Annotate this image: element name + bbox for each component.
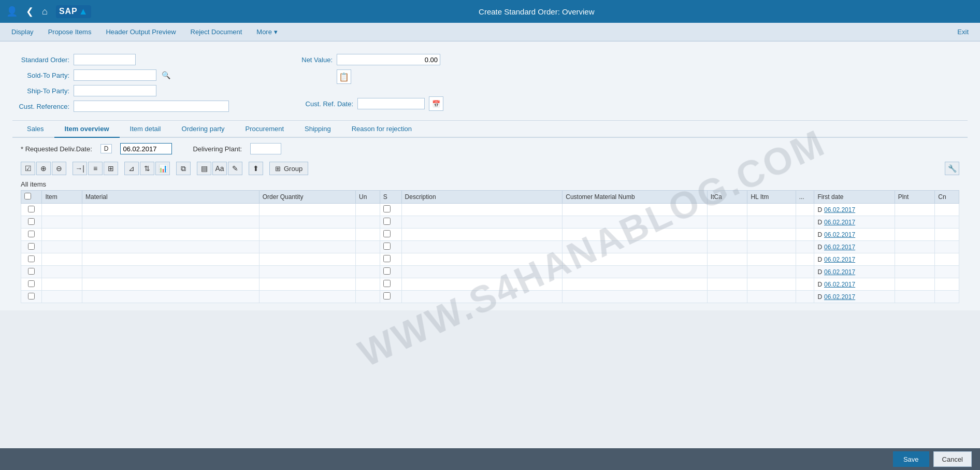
toolbar-grid-btn[interactable]: ⊞ [104,162,118,175]
table-row[interactable]: D06.02.2017 [21,229,959,241]
row-s-6 [380,278,401,291]
row-check-7[interactable] [21,291,42,303]
toolbar-sort-btn[interactable]: ⇅ [140,162,154,175]
row-desc-4[interactable] [401,253,563,266]
toolbar-list-btn[interactable]: ≡ [88,162,103,175]
toolbar-layout-btn[interactable]: ▤ [197,162,211,175]
row-material-0[interactable] [82,204,260,216]
toolbar-copy2-btn[interactable]: ⧉ [176,162,191,175]
row-check-2[interactable] [21,229,42,241]
row-qty-5[interactable] [259,266,355,278]
standard-order-row: Standard Order: [12,54,229,65]
row-qty-7[interactable] [259,291,355,303]
home-icon[interactable]: ⌂ [42,6,48,17]
row-desc-5[interactable] [401,266,563,278]
row-material-1[interactable] [82,216,260,229]
row-un-2 [356,229,380,241]
table-row[interactable]: D06.02.2017 [21,216,959,229]
cust-reference-input[interactable] [74,101,229,112]
row-desc-1[interactable] [401,216,563,229]
table-row[interactable]: D06.02.2017 [21,291,959,303]
row-check-5[interactable] [21,266,42,278]
net-value-input[interactable] [337,54,440,65]
row-itca-3 [707,241,747,253]
tab-sales[interactable]: Sales [17,121,54,138]
menu-propose-items[interactable]: Propose Items [41,25,99,39]
toolbar-select-btn[interactable]: ☑ [21,162,35,175]
table-row[interactable]: D06.02.2017 [21,266,959,278]
menu-display[interactable]: Display [4,25,41,39]
toolbar-chart-btn[interactable]: 📊 [155,162,170,175]
row-check-3[interactable] [21,241,42,253]
top-bar: 👤 ❮ ⌂ SAP ▲ Create Standard Order: Overv… [0,0,980,23]
toolbar-remove-btn[interactable]: ⊖ [52,162,66,175]
row-check-1[interactable] [21,216,42,229]
row-check-0[interactable] [21,204,42,216]
requested-deliv-date-input[interactable] [120,143,172,154]
row-qty-1[interactable] [259,216,355,229]
toolbar-upload-btn[interactable]: ⬆ [249,162,263,175]
menu-more[interactable]: More ▾ [249,25,285,39]
tab-shipping[interactable]: Shipping [294,121,341,138]
table-row[interactable]: D06.02.2017 [21,241,959,253]
delivering-plant-input[interactable] [250,143,281,154]
row-check-6[interactable] [21,278,42,291]
toolbar-filter-btn[interactable]: ⊿ [124,162,139,175]
tab-procurement[interactable]: Procurement [235,121,294,138]
back-icon[interactable]: ❮ [26,6,34,17]
ship-to-party-input[interactable] [74,85,156,96]
row-material-4[interactable] [82,253,260,266]
row-qty-6[interactable] [259,278,355,291]
tab-item-overview[interactable]: Item overview [54,121,120,138]
row-desc-7[interactable] [401,291,563,303]
settings-wrench-icon[interactable]: 🔧 [945,162,959,175]
col-header-cust-material: Customer Material Numb [563,191,708,204]
toolbar-indent-btn[interactable]: →| [73,162,87,175]
user-icon[interactable]: 👤 [6,6,18,17]
row-qty-0[interactable] [259,204,355,216]
row-qty-4[interactable] [259,253,355,266]
row-qty-3[interactable] [259,241,355,253]
tab-ordering-party[interactable]: Ordering party [171,121,235,138]
table-row[interactable]: D06.02.2017 [21,204,959,216]
row-qty-2[interactable] [259,229,355,241]
row-dots-5 [796,266,814,278]
table-row[interactable]: D06.02.2017 [21,278,959,291]
row-s-2 [380,229,401,241]
toolbar-edit-btn[interactable]: ✎ [228,162,242,175]
row-material-3[interactable] [82,241,260,253]
row-material-2[interactable] [82,229,260,241]
tab-item-detail[interactable]: Item detail [120,121,171,138]
row-desc-0[interactable] [401,204,563,216]
save-button[interactable]: Save [893,451,929,467]
cancel-button[interactable]: Cancel [933,451,972,467]
row-first-date-5: D06.02.2017 [814,266,895,278]
calendar-icon[interactable]: 📅 [429,96,443,111]
exit-button[interactable]: Exit [950,25,976,39]
row-desc-2[interactable] [401,229,563,241]
menu-header-output-preview[interactable]: Header Output Preview [98,25,183,39]
cust-ref-date-input[interactable] [357,98,425,109]
table-row[interactable]: D06.02.2017 [21,253,959,266]
row-desc-3[interactable] [401,241,563,253]
standard-order-input[interactable] [74,54,136,65]
items-table-wrapper[interactable]: Item Material Order Quantity Un S Descri… [21,190,959,303]
row-material-5[interactable] [82,266,260,278]
row-item-0 [42,204,82,216]
copy-button[interactable]: 📋 [337,69,351,84]
row-first-date-1: D06.02.2017 [814,216,895,229]
toolbar-abc-btn[interactable]: Aa [212,162,227,175]
select-all-checkbox[interactable] [24,193,31,200]
row-material-6[interactable] [82,278,260,291]
tab-reason-for-rejection[interactable]: Reason for rejection [341,121,422,138]
group-button[interactable]: ⊞ Group [269,162,308,175]
row-check-4[interactable] [21,253,42,266]
toolbar-add-btn[interactable]: ⊕ [36,162,51,175]
menu-reject-document[interactable]: Reject Document [183,25,250,39]
sold-to-party-search-icon[interactable]: 🔍 [161,71,171,79]
row-s-5 [380,266,401,278]
col-header-check[interactable] [21,191,42,204]
row-material-7[interactable] [82,291,260,303]
sold-to-party-input[interactable] [74,69,156,81]
row-desc-6[interactable] [401,278,563,291]
